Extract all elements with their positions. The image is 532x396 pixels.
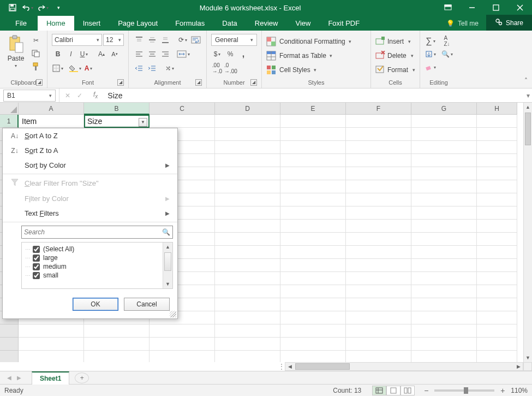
cell[interactable] xyxy=(346,128,411,141)
cell[interactable] xyxy=(411,338,477,351)
view-page-layout-button[interactable] xyxy=(386,386,401,395)
cell[interactable] xyxy=(280,206,346,220)
copy-button[interactable] xyxy=(29,48,43,59)
cell[interactable] xyxy=(19,324,84,338)
text-filters[interactable]: Text Filters▶ xyxy=(3,206,177,221)
vscroll-thumb[interactable] xyxy=(525,113,531,145)
filter-search-input[interactable] xyxy=(24,228,162,236)
cell[interactable] xyxy=(477,141,517,154)
decrease-font-button[interactable]: A▾ xyxy=(109,48,121,60)
qat-customize-icon[interactable]: ▾ xyxy=(52,2,64,14)
column-header-h[interactable]: H xyxy=(477,103,517,115)
cell[interactable] xyxy=(411,272,477,285)
filter-item-large[interactable]: ⋯large xyxy=(25,253,159,262)
cell[interactable] xyxy=(215,298,280,311)
cell[interactable] xyxy=(280,285,346,298)
scroll-up-icon[interactable]: ▲ xyxy=(163,243,172,251)
hscroll-grip-icon[interactable]: ⋮ xyxy=(278,363,285,370)
insert-cells-button[interactable]: Insert▾ xyxy=(375,35,415,48)
fill-button[interactable] xyxy=(425,48,437,60)
cell[interactable] xyxy=(411,233,477,246)
cell[interactable] xyxy=(477,259,517,272)
cell[interactable] xyxy=(215,154,280,167)
cell[interactable] xyxy=(477,338,517,351)
autosum-button[interactable]: ∑ xyxy=(425,35,437,47)
clear-button[interactable] xyxy=(425,61,437,73)
increase-indent-button[interactable] xyxy=(146,62,158,74)
cell[interactable] xyxy=(150,324,215,338)
cell[interactable] xyxy=(280,246,346,259)
tab-insert[interactable]: Insert xyxy=(74,16,110,31)
cell[interactable] xyxy=(477,167,517,180)
cell-f1[interactable] xyxy=(346,115,411,128)
ribbon-display-options-icon[interactable] xyxy=(436,0,460,15)
cell[interactable] xyxy=(477,311,517,324)
row-header[interactable] xyxy=(0,338,19,351)
cell[interactable] xyxy=(411,220,477,233)
cell[interactable] xyxy=(411,141,477,154)
cell[interactable] xyxy=(411,193,477,206)
cell[interactable] xyxy=(477,220,517,233)
cell[interactable] xyxy=(411,206,477,220)
cell[interactable] xyxy=(84,351,150,362)
vscroll-down-icon[interactable]: ▼ xyxy=(524,353,532,362)
paste-button[interactable]: Paste ▾ xyxy=(4,33,27,68)
cell[interactable] xyxy=(19,338,84,351)
redo-button[interactable] xyxy=(37,2,49,14)
sort-by-color[interactable]: Sort by Color▶ xyxy=(3,158,177,173)
cell[interactable] xyxy=(346,193,411,206)
align-bottom-button[interactable] xyxy=(159,34,171,46)
cell[interactable] xyxy=(477,154,517,167)
align-center-button[interactable] xyxy=(146,48,158,60)
cell[interactable] xyxy=(477,272,517,285)
zoom-slider[interactable] xyxy=(434,389,494,392)
cell[interactable] xyxy=(215,338,280,351)
cell[interactable] xyxy=(346,167,411,180)
column-header-c[interactable]: C xyxy=(150,103,215,115)
cut-button[interactable]: ✂ xyxy=(29,35,43,46)
cell-c1[interactable] xyxy=(150,115,215,128)
cell[interactable] xyxy=(346,180,411,193)
cell[interactable] xyxy=(411,180,477,193)
increase-font-button[interactable]: A▴ xyxy=(95,48,107,60)
tab-foxit-pdf[interactable]: Foxit PDF xyxy=(319,16,368,31)
cell[interactable] xyxy=(477,298,517,311)
align-left-button[interactable] xyxy=(133,48,145,60)
format-painter-button[interactable] xyxy=(29,61,43,72)
column-header-a[interactable]: A xyxy=(19,103,84,115)
delete-cells-button[interactable]: Delete▾ xyxy=(375,49,415,62)
font-name-select[interactable]: Calibri▾ xyxy=(52,34,102,46)
percent-format-button[interactable]: % xyxy=(224,48,236,60)
cell[interactable] xyxy=(346,272,411,285)
accounting-format-button[interactable]: $ xyxy=(211,48,223,60)
cell-h1[interactable] xyxy=(477,115,517,128)
cell-styles-button[interactable]: Cell Styles ▾ xyxy=(266,63,366,76)
filter-item-select-all[interactable]: ⋯(Select All) xyxy=(25,245,159,253)
cell[interactable] xyxy=(280,180,346,193)
column-header-g[interactable]: G xyxy=(411,103,477,115)
cell[interactable] xyxy=(477,285,517,298)
cell[interactable] xyxy=(215,220,280,233)
borders-button[interactable] xyxy=(52,62,64,74)
cell[interactable] xyxy=(346,220,411,233)
cell[interactable] xyxy=(280,324,346,338)
undo-button[interactable] xyxy=(22,2,34,14)
cell[interactable] xyxy=(280,351,346,362)
cell-d1[interactable] xyxy=(215,115,280,128)
cell[interactable] xyxy=(215,167,280,180)
sort-z-to-a[interactable]: Z↓Sort Z to A xyxy=(3,143,177,158)
cell[interactable] xyxy=(84,324,150,338)
cancel-formula-icon[interactable]: ✕ xyxy=(65,92,70,99)
hscroll-left-icon[interactable]: ◀ xyxy=(285,363,294,370)
cell[interactable] xyxy=(215,351,280,362)
zoom-slider-thumb[interactable] xyxy=(464,387,468,394)
cell[interactable] xyxy=(411,351,477,362)
cell[interactable] xyxy=(346,233,411,246)
align-top-button[interactable] xyxy=(133,34,145,46)
filter-ok-button[interactable]: OK xyxy=(73,298,118,311)
conditional-formatting-button[interactable]: Conditional Formatting ▾ xyxy=(266,35,366,48)
save-icon[interactable] xyxy=(7,2,19,14)
enter-formula-icon[interactable]: ✓ xyxy=(77,92,82,99)
cell-a1[interactable]: Item xyxy=(19,115,84,128)
minimize-button[interactable] xyxy=(460,0,484,15)
